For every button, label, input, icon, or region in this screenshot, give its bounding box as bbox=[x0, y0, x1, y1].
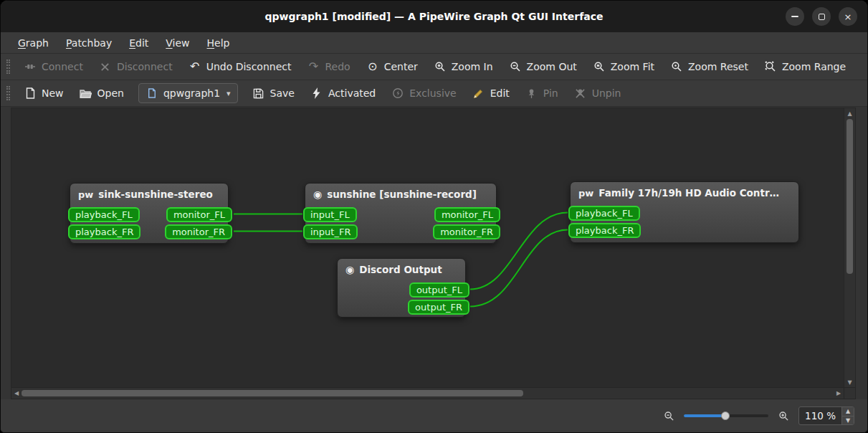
disconnect-label: Disconnect bbox=[117, 61, 173, 72]
media-node-icon: ◉ bbox=[313, 189, 322, 200]
zoom-range-icon bbox=[764, 60, 777, 73]
canvas-frame: pw sink-sunshine-stereo playback_FL play… bbox=[11, 108, 856, 399]
close-icon: × bbox=[844, 11, 852, 22]
zoom-slider-handle[interactable] bbox=[721, 411, 730, 420]
pipewire-icon: pw bbox=[78, 189, 93, 200]
zoom-in-icon[interactable] bbox=[777, 409, 790, 422]
node-title: Family 17h/19h HD Audio Contr… bbox=[598, 187, 779, 199]
port-monitor-fl[interactable]: monitor_FL bbox=[434, 207, 500, 222]
port-input-fl[interactable]: input_FL bbox=[303, 207, 357, 222]
scroll-right-icon[interactable]: ▶ bbox=[834, 389, 844, 399]
disconnect-icon bbox=[99, 60, 112, 73]
graph-canvas[interactable]: pw sink-sunshine-stereo playback_FL play… bbox=[11, 108, 844, 387]
zoom-slider[interactable] bbox=[684, 411, 768, 421]
center-button[interactable]: ⊙ Center bbox=[359, 57, 425, 77]
horizontal-scroll-thumb[interactable] bbox=[22, 390, 523, 396]
menubar: Graph Patchbay Edit View Help bbox=[1, 32, 867, 54]
zoom-out-icon[interactable] bbox=[662, 409, 675, 422]
new-button[interactable]: New bbox=[16, 83, 71, 103]
port-playback-fl[interactable]: playback_FL bbox=[68, 207, 140, 222]
menu-graph[interactable]: Graph bbox=[11, 35, 56, 51]
zoom-range-label: Zoom Range bbox=[782, 61, 846, 72]
media-node-icon: ◉ bbox=[345, 264, 354, 275]
save-button[interactable]: Save bbox=[245, 83, 302, 103]
maximize-button[interactable] bbox=[812, 7, 831, 26]
port-monitor-fl[interactable]: monitor_FL bbox=[166, 207, 232, 222]
toolbar-handle[interactable] bbox=[6, 60, 10, 74]
connect-label: Connect bbox=[42, 61, 83, 72]
port-output-fl[interactable]: output_FL bbox=[409, 282, 469, 298]
node-title: sink-sunshine-stereo bbox=[98, 189, 213, 200]
pipewire-icon: pw bbox=[578, 188, 593, 199]
port-monitor-fr[interactable]: monitor_FR bbox=[433, 224, 500, 239]
new-label: New bbox=[42, 87, 64, 99]
menu-edit[interactable]: Edit bbox=[122, 35, 156, 51]
zoom-in-button[interactable]: Zoom In bbox=[426, 57, 500, 77]
horizontal-scroll-track[interactable] bbox=[22, 388, 834, 399]
zoom-range-button[interactable]: Zoom Range bbox=[757, 57, 853, 77]
zoom-slider-fill bbox=[684, 414, 724, 417]
titlebar[interactable]: qpwgraph1 [modified] — A PipeWire Graph … bbox=[1, 1, 867, 32]
menu-patchbay[interactable]: Patchbay bbox=[59, 35, 119, 51]
zoom-out-button[interactable]: Zoom Out bbox=[502, 57, 584, 77]
redo-button[interactable]: ↷ Redo bbox=[300, 57, 357, 77]
graph-node-sunshine[interactable]: ◉ sunshine [sunshine-record] input_FL in… bbox=[305, 183, 497, 244]
chevron-down-icon: ▾ bbox=[226, 89, 231, 98]
maximize-icon bbox=[819, 14, 825, 20]
zoom-fit-button[interactable]: Zoom Fit bbox=[586, 57, 662, 77]
scroll-left-icon[interactable]: ◀ bbox=[11, 389, 22, 399]
graph-node-sink-sunshine-stereo[interactable]: pw sink-sunshine-stereo playback_FL play… bbox=[70, 183, 229, 244]
new-file-icon bbox=[24, 87, 37, 100]
scroll-down-icon[interactable]: ▼ bbox=[845, 377, 855, 387]
window-controls: × bbox=[786, 1, 857, 32]
port-playback-fr[interactable]: playback_FR bbox=[568, 223, 641, 238]
port-input-fr[interactable]: input_FR bbox=[303, 224, 358, 239]
vertical-scroll-track[interactable] bbox=[844, 118, 855, 377]
pin-button[interactable]: Pin bbox=[518, 83, 566, 103]
minimize-button[interactable] bbox=[786, 7, 804, 26]
open-label: Open bbox=[97, 87, 124, 99]
connection-wires bbox=[11, 108, 844, 387]
patchbay-file-combobox[interactable]: qpwgraph1 ▾ bbox=[138, 83, 238, 103]
unpin-icon bbox=[574, 87, 587, 100]
horizontal-scrollbar[interactable]: ◀ ▶ bbox=[11, 388, 844, 399]
exclusive-button[interactable]: Exclusive bbox=[384, 83, 463, 103]
close-button[interactable]: × bbox=[839, 7, 857, 26]
spin-up-button[interactable]: ▲ bbox=[842, 407, 854, 416]
spinbox-buttons: ▲ ▼ bbox=[841, 407, 854, 424]
patchbay-file-name: qpwgraph1 bbox=[163, 87, 220, 99]
save-icon bbox=[252, 87, 265, 100]
vertical-scrollbar[interactable]: ▲ ▼ bbox=[844, 108, 855, 387]
undo-icon: ↶ bbox=[189, 60, 201, 73]
vertical-scroll-thumb[interactable] bbox=[846, 119, 853, 274]
port-monitor-fr[interactable]: monitor_FR bbox=[165, 224, 232, 239]
edit-button[interactable]: Edit bbox=[465, 83, 517, 103]
toolbar-handle[interactable] bbox=[6, 86, 10, 100]
connect-button[interactable]: Connect bbox=[16, 57, 90, 77]
undo-disconnect-button[interactable]: ↶ Undo Disconnect bbox=[181, 57, 299, 77]
menu-help[interactable]: Help bbox=[200, 35, 237, 51]
connect-icon bbox=[24, 60, 37, 73]
port-playback-fr[interactable]: playback_FR bbox=[68, 224, 140, 239]
central-area: pw sink-sunshine-stereo playback_FL play… bbox=[1, 107, 867, 399]
zoom-fit-icon bbox=[593, 60, 606, 73]
disconnect-button[interactable]: Disconnect bbox=[92, 57, 180, 77]
unpin-button[interactable]: Unpin bbox=[567, 83, 629, 103]
graph-node-family-hd-audio[interactable]: pw Family 17h/19h HD Audio Contr… playba… bbox=[570, 181, 799, 243]
edit-label: Edit bbox=[490, 87, 510, 99]
pin-label: Pin bbox=[543, 87, 558, 99]
port-output-fr[interactable]: output_FR bbox=[408, 300, 469, 315]
pin-icon bbox=[525, 87, 538, 100]
scroll-up-icon[interactable]: ▲ bbox=[845, 108, 855, 118]
open-button[interactable]: Open bbox=[72, 83, 131, 103]
activated-button[interactable]: Activated bbox=[303, 83, 383, 103]
graph-node-discord-output[interactable]: ◉ Discord Output output_FL output_FR bbox=[337, 258, 466, 318]
zoom-spinbox[interactable]: 110 % ▲ ▼ bbox=[798, 406, 854, 425]
port-playback-fl[interactable]: playback_FL bbox=[568, 206, 640, 221]
app-window: qpwgraph1 [modified] — A PipeWire Graph … bbox=[0, 0, 868, 433]
edit-pencil-icon bbox=[472, 87, 485, 100]
undo-disconnect-label: Undo Disconnect bbox=[206, 61, 292, 72]
spin-down-button[interactable]: ▼ bbox=[842, 416, 854, 425]
zoom-reset-button[interactable]: Zoom Reset bbox=[663, 57, 755, 77]
menu-view[interactable]: View bbox=[158, 35, 196, 51]
